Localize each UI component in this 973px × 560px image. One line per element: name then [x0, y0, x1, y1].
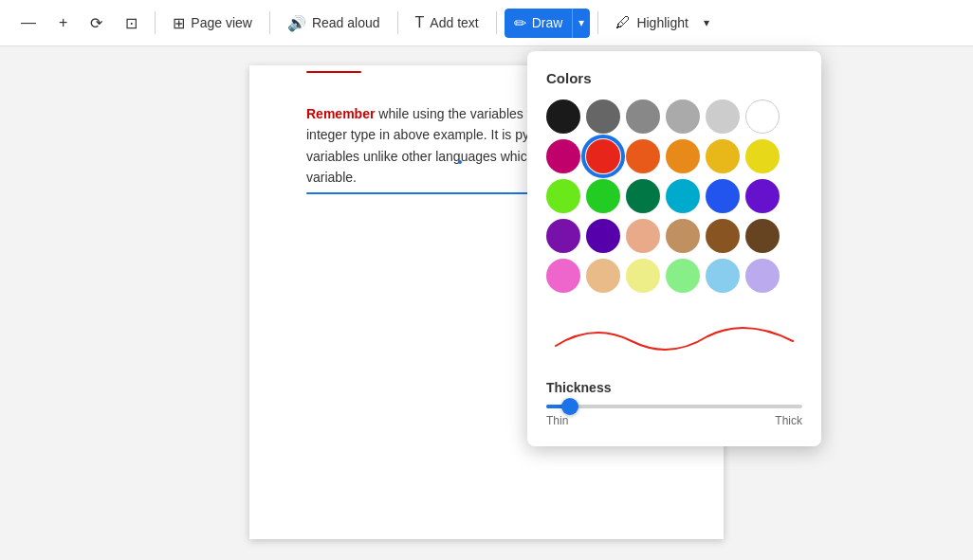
chevron-down-icon: ▾: [578, 16, 584, 29]
color-swatch-dark-brown[interactable]: [745, 219, 780, 253]
color-swatch-lavender[interactable]: [745, 259, 780, 293]
color-swatch-light-orange[interactable]: [586, 259, 620, 293]
color-swatch-gray[interactable]: [626, 99, 660, 134]
stroke-svg: [546, 313, 802, 360]
page-area: Remember while using the variables we mu…: [0, 46, 973, 560]
stroke-preview: [546, 308, 802, 365]
read-aloud-icon: 🔊: [287, 14, 306, 32]
color-swatch-tan[interactable]: [666, 219, 700, 253]
cursor-dot: [458, 160, 462, 164]
draw-label: Draw: [532, 15, 563, 30]
separator-2: [269, 11, 270, 34]
navigate-icon: ⟳: [90, 14, 102, 32]
page-view-label: Page view: [191, 15, 252, 30]
thin-label: Thin: [546, 414, 568, 427]
highlight-icon: 🖊: [615, 14, 631, 31]
navigate-button[interactable]: ⟳: [81, 9, 112, 38]
main-area: Remember while using the variables we mu…: [0, 46, 973, 560]
separator-4: [496, 11, 497, 34]
minimize-icon: —: [21, 14, 36, 31]
color-swatch-yellow[interactable]: [745, 139, 780, 173]
highlight-group: 🖊 Highlight ▾: [606, 9, 714, 37]
color-swatch-violet[interactable]: [546, 219, 580, 253]
color-swatch-teal[interactable]: [666, 179, 700, 213]
minimize-button[interactable]: —: [11, 9, 46, 37]
color-swatch-blue[interactable]: [706, 179, 740, 213]
color-swatch-white[interactable]: [745, 99, 780, 134]
add-text-label: Add text: [430, 15, 478, 30]
read-aloud-button[interactable]: 🔊 Read aloud: [278, 9, 390, 38]
remember-text: Remember: [306, 106, 375, 121]
color-swatch-light-gray[interactable]: [706, 99, 740, 134]
color-swatch-orange[interactable]: [666, 139, 700, 173]
page-view-button[interactable]: ⊞ Page view: [163, 9, 262, 38]
slider-thumb[interactable]: [561, 398, 578, 415]
color-swatch-green[interactable]: [586, 179, 620, 213]
thickness-label: Thickness: [546, 380, 802, 395]
draw-chevron-button[interactable]: ▾: [572, 9, 590, 38]
page-view-icon: ⊞: [173, 14, 185, 32]
color-swatch-dark-green[interactable]: [626, 179, 660, 213]
fit-button[interactable]: ⊡: [116, 9, 147, 38]
separator-1: [155, 11, 156, 34]
fit-icon: ⊡: [125, 14, 138, 32]
draw-button[interactable]: ✏ Draw: [505, 9, 573, 38]
slider-track: [546, 405, 802, 408]
color-swatch-peach[interactable]: [626, 219, 660, 253]
highlight-label: Highlight: [636, 15, 688, 30]
separator-3: [397, 11, 398, 34]
highlight-button[interactable]: 🖊 Highlight: [606, 9, 697, 37]
draw-group: ✏ Draw ▾: [505, 9, 591, 38]
color-swatch-red[interactable]: [586, 139, 620, 173]
color-swatch-light-green[interactable]: [666, 259, 700, 293]
color-swatch-purple[interactable]: [745, 179, 780, 213]
color-swatch-magenta[interactable]: [546, 139, 580, 173]
highlight-chevron-button[interactable]: ▾: [698, 9, 715, 37]
color-swatch-dark-purple[interactable]: [586, 219, 620, 253]
slider-labels: Thin Thick: [546, 414, 802, 427]
color-swatch-pink[interactable]: [546, 259, 580, 293]
read-aloud-label: Read aloud: [312, 15, 380, 30]
color-swatch-brown[interactable]: [706, 219, 740, 253]
add-tab-icon: +: [59, 14, 67, 31]
add-tab-button[interactable]: +: [49, 9, 77, 37]
thick-label: Thick: [775, 414, 802, 427]
color-swatch-black[interactable]: [546, 99, 580, 134]
color-swatch-lime[interactable]: [546, 179, 580, 213]
color-swatch-amber[interactable]: [706, 139, 740, 173]
toolbar: — + ⟳ ⊡ ⊞ Page view 🔊 Read aloud T Add t…: [0, 0, 973, 46]
draw-icon: ✏: [514, 14, 526, 32]
color-swatch-orange-red[interactable]: [626, 139, 660, 173]
highlight-chevron-icon: ▾: [704, 16, 709, 29]
color-swatch-light-blue[interactable]: [706, 259, 740, 293]
color-swatch-medium-gray[interactable]: [666, 99, 700, 134]
slider-container: Thin Thick: [546, 405, 802, 427]
separator-5: [597, 11, 598, 34]
color-grid: [546, 99, 802, 293]
color-swatch-light-yellow[interactable]: [626, 259, 660, 293]
add-text-icon: T: [415, 14, 425, 31]
colors-title: Colors: [546, 70, 802, 86]
color-picker-popup: Colors Thickness Thin Thick: [527, 51, 821, 446]
red-underline: [306, 71, 361, 73]
add-text-button[interactable]: T Add text: [406, 9, 488, 37]
color-swatch-dark-gray[interactable]: [586, 99, 620, 134]
